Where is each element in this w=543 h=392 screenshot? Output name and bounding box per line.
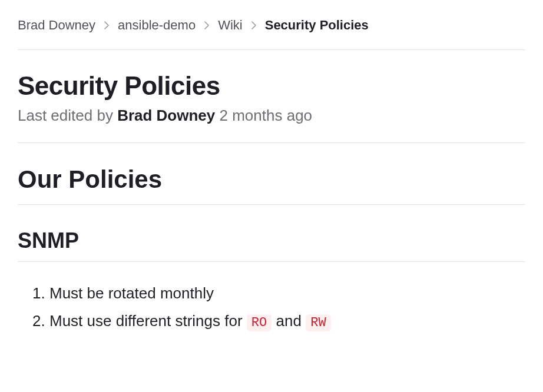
list-item-text: Must use different strings for	[49, 312, 243, 330]
chevron-right-icon	[104, 21, 110, 29]
chevron-right-icon	[251, 21, 257, 29]
snmp-policy-list: Must be rotated monthly Must use differe…	[18, 282, 525, 333]
breadcrumb: Brad Downey ansible-demo Wiki Security P…	[18, 18, 525, 50]
code-ro: RO	[247, 314, 272, 331]
breadcrumb-link-user[interactable]: Brad Downey	[18, 18, 95, 33]
code-rw: RW	[306, 314, 331, 331]
list-item-text: and	[276, 312, 302, 330]
breadcrumb-current: Security Policies	[265, 18, 369, 33]
breadcrumb-link-wiki[interactable]: Wiki	[218, 18, 243, 33]
last-edited-time: 2 months ago	[220, 107, 313, 124]
heading-snmp: SNMP	[18, 228, 525, 262]
heading-our-policies: Our Policies	[18, 165, 525, 205]
last-edited-info: Last edited by Brad Downey 2 months ago	[18, 107, 525, 143]
last-edited-author: Brad Downey	[117, 107, 215, 124]
list-item: Must be rotated monthly	[49, 282, 525, 305]
chevron-right-icon	[204, 21, 210, 29]
last-edited-prefix: Last edited by	[18, 107, 113, 124]
page-title: Security Policies	[18, 71, 525, 101]
breadcrumb-link-project[interactable]: ansible-demo	[118, 18, 196, 33]
list-item: Must use different strings for RO and RW	[49, 310, 525, 333]
